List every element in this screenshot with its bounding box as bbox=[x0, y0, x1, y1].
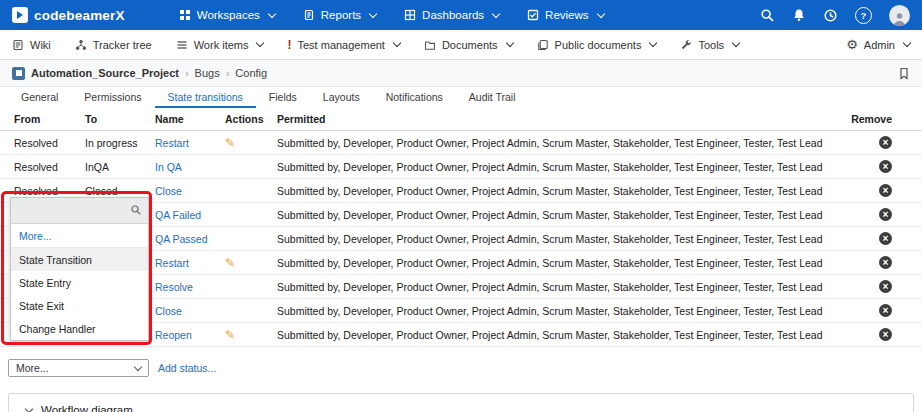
toolbar-item-tracker-tree[interactable]: Tracker tree bbox=[75, 39, 152, 51]
toolbar-label: Test management bbox=[297, 39, 384, 51]
workflow-diagram-title: Workflow diagram bbox=[41, 404, 133, 412]
breadcrumb-project[interactable]: Automation_Source_Project bbox=[31, 67, 179, 79]
admin-menu[interactable]: ⚙ Admin bbox=[846, 37, 910, 52]
search-icon[interactable] bbox=[760, 8, 775, 23]
dropdown-item-more[interactable]: More... bbox=[11, 224, 148, 248]
cell-permitted: Submitted by, Developer, Product Owner, … bbox=[277, 161, 832, 173]
remove-icon[interactable] bbox=[879, 256, 892, 269]
transition-name-link[interactable]: Close bbox=[155, 305, 182, 317]
nav-label: Reviews bbox=[545, 9, 588, 21]
transition-name-link[interactable]: Reopen bbox=[155, 329, 192, 341]
cell-permitted: Submitted by, Developer, Product Owner, … bbox=[277, 257, 832, 269]
transition-name-link[interactable]: In QA bbox=[155, 161, 182, 173]
breadcrumb-page[interactable]: Config bbox=[235, 67, 267, 79]
toolbar-item-documents[interactable]: Documents bbox=[424, 39, 513, 51]
toolbar-item-test-management[interactable]: ! Test management bbox=[287, 38, 399, 52]
table-row: Resolved In progress Restart Submitted b… bbox=[0, 131, 922, 155]
transition-name-link[interactable]: QA Passed bbox=[155, 233, 208, 245]
cell-permitted: Submitted by, Developer, Product Owner, … bbox=[277, 185, 832, 197]
toolbar-item-tools[interactable]: Tools bbox=[680, 39, 739, 51]
remove-icon[interactable] bbox=[879, 280, 892, 293]
tracker-tree-icon bbox=[75, 39, 87, 51]
cell-permitted: Submitted by, Developer, Product Owner, … bbox=[277, 329, 832, 341]
tab-notifications[interactable]: Notifications bbox=[373, 87, 456, 108]
nav-label: Reports bbox=[321, 9, 361, 21]
transition-name-link[interactable]: Resolve bbox=[155, 281, 193, 293]
tab-fields[interactable]: Fields bbox=[256, 87, 310, 108]
toolbar-label: Work items bbox=[194, 39, 249, 51]
transition-name-link[interactable]: QA Failed bbox=[155, 209, 201, 221]
cell-to: Closed bbox=[85, 185, 155, 197]
toolbar-label: Tools bbox=[698, 39, 724, 51]
remove-icon[interactable] bbox=[879, 328, 892, 341]
history-icon[interactable] bbox=[823, 8, 838, 23]
more-select[interactable]: More... bbox=[8, 359, 149, 377]
remove-icon[interactable] bbox=[879, 160, 892, 173]
nav-dashboards[interactable]: Dashboards bbox=[404, 9, 499, 21]
remove-icon[interactable] bbox=[879, 184, 892, 197]
magnifier-icon bbox=[130, 202, 142, 220]
workflow-diagram-header[interactable]: Workflow diagram bbox=[9, 394, 913, 412]
breadcrumb-tracker[interactable]: Bugs bbox=[195, 67, 220, 79]
chevron-down-icon bbox=[268, 9, 276, 17]
breadcrumb: Automation_Source_Project › Bugs › Confi… bbox=[0, 60, 922, 87]
brand[interactable]: codebeamerX bbox=[12, 7, 125, 23]
tab-state-transitions[interactable]: State transitions bbox=[155, 87, 256, 108]
toolbar-item-wiki[interactable]: Wiki bbox=[12, 39, 51, 51]
primary-nav: Workspaces Reports Dashboards bbox=[179, 9, 604, 21]
cell-to: InQA bbox=[85, 161, 155, 173]
toolbar-item-public-documents[interactable]: Public documents bbox=[537, 39, 657, 51]
dropdown-item-state-transition[interactable]: State Transition bbox=[11, 248, 148, 271]
nav-label: Workspaces bbox=[197, 9, 260, 21]
dropdown-search-input[interactable] bbox=[17, 204, 126, 218]
chevron-down-icon bbox=[393, 39, 401, 47]
remove-icon[interactable] bbox=[879, 304, 892, 317]
transition-name-link[interactable]: Restart bbox=[155, 257, 189, 269]
nav-reports[interactable]: Reports bbox=[303, 9, 376, 21]
notifications-bell-icon[interactable] bbox=[792, 8, 806, 22]
user-avatar[interactable] bbox=[889, 5, 910, 26]
tab-audit-trail[interactable]: Audit Trail bbox=[456, 87, 529, 108]
dropdown-item-state-exit[interactable]: State Exit bbox=[11, 294, 148, 317]
help-icon[interactable]: ? bbox=[855, 7, 872, 24]
breadcrumb-separator: › bbox=[226, 67, 230, 79]
edit-action-icon[interactable] bbox=[225, 136, 235, 150]
dropdown-item-change-handler[interactable]: Change Handler bbox=[11, 317, 148, 340]
chevron-down-icon bbox=[505, 39, 513, 47]
dropdown-search[interactable] bbox=[11, 198, 148, 224]
bookmark-icon[interactable] bbox=[898, 67, 910, 80]
dropdown-item-state-entry[interactable]: State Entry bbox=[11, 271, 148, 294]
transition-name-link[interactable]: Restart bbox=[155, 137, 189, 149]
chevron-down-icon bbox=[492, 9, 500, 17]
chevron-down-icon bbox=[25, 405, 33, 412]
chevron-down-icon bbox=[256, 39, 264, 47]
top-navigation-bar: codebeamerX Workspaces Reports bbox=[0, 0, 922, 30]
header-actions: Actions bbox=[225, 113, 277, 125]
nav-workspaces[interactable]: Workspaces bbox=[179, 9, 275, 21]
app-window: codebeamerX Workspaces Reports bbox=[0, 0, 922, 412]
nav-label: Dashboards bbox=[422, 9, 484, 21]
admin-label: Admin bbox=[864, 39, 895, 51]
cell-from: Resolved bbox=[14, 185, 85, 197]
add-status-link[interactable]: Add status... bbox=[158, 362, 216, 374]
header-remove: Remove bbox=[832, 113, 912, 125]
remove-icon[interactable] bbox=[879, 136, 892, 149]
transition-name-link[interactable]: Close bbox=[155, 185, 182, 197]
edit-action-icon[interactable] bbox=[225, 328, 235, 342]
transition-type-dropdown: More... State Transition State Entry Sta… bbox=[10, 197, 149, 341]
edit-action-icon[interactable] bbox=[225, 256, 235, 270]
tab-general[interactable]: General bbox=[8, 87, 71, 108]
header-name: Name bbox=[155, 113, 225, 125]
tab-layouts[interactable]: Layouts bbox=[310, 87, 373, 108]
nav-reviews[interactable]: Reviews bbox=[527, 9, 603, 21]
toolbar-item-work-items[interactable]: Work items bbox=[176, 39, 264, 51]
tab-permissions[interactable]: Permissions bbox=[71, 87, 154, 108]
toolbar-label: Public documents bbox=[555, 39, 642, 51]
chevron-down-icon bbox=[596, 9, 604, 17]
test-management-icon: ! bbox=[287, 38, 291, 52]
remove-icon[interactable] bbox=[879, 232, 892, 245]
remove-icon[interactable] bbox=[879, 208, 892, 221]
cell-permitted: Submitted by, Developer, Product Owner, … bbox=[277, 281, 832, 293]
reviews-icon bbox=[527, 9, 539, 21]
more-select-value: More... bbox=[16, 362, 49, 374]
